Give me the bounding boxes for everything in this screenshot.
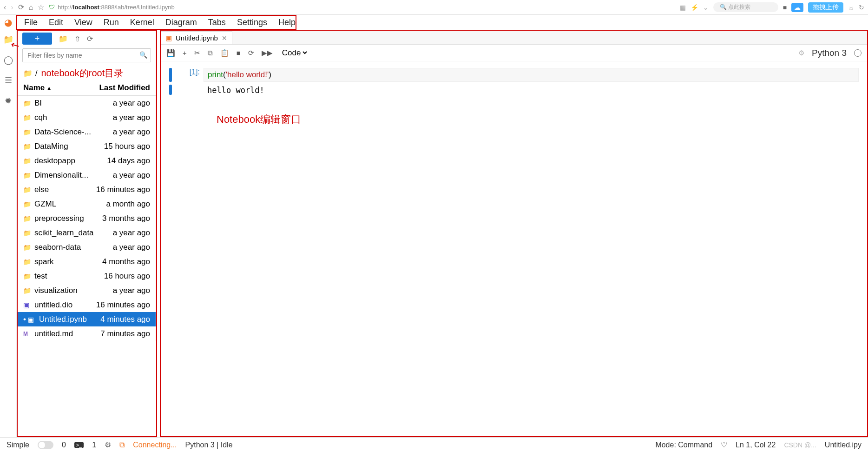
notifications-icon[interactable]: ♡ bbox=[721, 440, 727, 449]
home-icon[interactable]: ⌂ bbox=[29, 3, 33, 12]
terminal-icon[interactable]: >_ bbox=[74, 442, 84, 448]
folder-icon: 📁 bbox=[23, 69, 33, 78]
close-icon[interactable]: ✕ bbox=[222, 34, 227, 42]
refresh-icon[interactable]: ⟳ bbox=[87, 34, 93, 43]
folder-icon[interactable]: 📁 ↖ bbox=[3, 34, 13, 45]
file-list: 📁BIa year ago📁cqha year ago📁Data-Science… bbox=[18, 96, 156, 341]
cloud-icon[interactable]: ☁ bbox=[791, 3, 803, 12]
file-modified: a year ago bbox=[113, 286, 150, 295]
extension-icon[interactable]: ■ bbox=[783, 4, 787, 11]
refresh-icon[interactable]: ↻ bbox=[859, 4, 864, 11]
star-icon[interactable]: ☆ bbox=[38, 3, 44, 12]
cell-source[interactable]: print('hello world!') bbox=[204, 68, 859, 82]
terminals-count[interactable]: 1 bbox=[92, 441, 96, 449]
notebook-body[interactable]: [1]: print('hello world!') hello world! … bbox=[161, 61, 867, 436]
file-modified: a year ago bbox=[113, 127, 150, 137]
file-row[interactable]: 📁test16 hours ago bbox=[18, 269, 156, 283]
menu-kernel[interactable]: Kernel bbox=[125, 16, 160, 29]
filter-input[interactable] bbox=[22, 48, 151, 62]
simple-toggle[interactable] bbox=[38, 441, 53, 449]
menu-view[interactable]: View bbox=[69, 16, 98, 29]
file-modified: 4 months ago bbox=[102, 257, 150, 266]
address-bar[interactable]: 🛡 http://localhost:8888/lab/tree/Untitle… bbox=[49, 4, 175, 11]
file-modified: 7 minutes ago bbox=[100, 329, 150, 339]
breadcrumb[interactable]: 📁 / notebook的root目录 bbox=[18, 64, 156, 80]
forward-icon[interactable]: › bbox=[11, 3, 13, 12]
file-row[interactable]: 📁scikit_learn_dataa year ago bbox=[18, 226, 156, 240]
cell-prompt: [1]: bbox=[177, 68, 204, 82]
sun-icon[interactable]: ☼ bbox=[848, 4, 854, 11]
tab-untitled[interactable]: ▣ Untitled.ipynb ✕ bbox=[161, 31, 232, 44]
new-folder-icon[interactable]: 📁 bbox=[59, 34, 68, 43]
md-icon: M bbox=[23, 331, 32, 337]
file-name: DataMing bbox=[34, 142, 104, 151]
folder-icon: 📁 bbox=[23, 143, 32, 150]
cell-output-row: hello world! bbox=[169, 85, 859, 96]
tab-title: Untitled.ipynb bbox=[176, 34, 218, 42]
stop-icon[interactable]: ■ bbox=[237, 49, 241, 57]
file-row[interactable]: 📁else16 minutes ago bbox=[18, 182, 156, 197]
gear-icon[interactable]: ⚙ bbox=[105, 440, 111, 449]
kernel-name[interactable]: Python 3 bbox=[812, 48, 847, 58]
file-modified: 16 minutes ago bbox=[96, 300, 150, 310]
menu-edit[interactable]: Edit bbox=[43, 16, 69, 29]
add-cell-icon[interactable]: + bbox=[183, 49, 187, 57]
header-name[interactable]: Name ▲ bbox=[23, 83, 99, 93]
menu-settings[interactable]: Settings bbox=[231, 16, 273, 29]
menu-file[interactable]: File bbox=[19, 16, 43, 29]
menu-help[interactable]: Help bbox=[273, 16, 301, 29]
qr-icon[interactable]: ▦ bbox=[680, 4, 686, 11]
kernel-status-label[interactable]: Python 3 | Idle bbox=[185, 441, 233, 449]
file-row[interactable]: 📁visualizationa year ago bbox=[18, 283, 156, 298]
file-name: else bbox=[34, 185, 96, 194]
browser-search[interactable]: 🔍 点此搜索 bbox=[713, 2, 778, 12]
bolt-icon[interactable]: ⚡ bbox=[690, 4, 698, 11]
save-icon[interactable]: 💾 bbox=[166, 49, 175, 57]
cell-type-select[interactable]: Code bbox=[280, 48, 309, 58]
extensions-icon[interactable]: ✹ bbox=[5, 96, 12, 106]
copy-icon[interactable]: ⧉ bbox=[208, 49, 213, 57]
upload-icon[interactable]: ⇧ bbox=[74, 34, 80, 43]
code-cell[interactable]: [1]: print('hello world!') bbox=[169, 68, 859, 82]
reload-icon[interactable]: ⟳ bbox=[18, 3, 24, 12]
annotation-editor-label: Notebook编辑窗口 bbox=[217, 113, 301, 126]
notebook-icon: ▣ bbox=[166, 34, 172, 42]
menu-tabs[interactable]: Tabs bbox=[203, 16, 231, 29]
back-icon[interactable]: ‹ bbox=[4, 3, 6, 12]
file-name: preprocessing bbox=[34, 214, 102, 223]
file-row[interactable]: 📁spark4 months ago bbox=[18, 254, 156, 269]
folder-icon: 📁 bbox=[23, 229, 32, 237]
tabs-count[interactable]: 0 bbox=[62, 441, 66, 449]
new-launcher-button[interactable]: + bbox=[22, 33, 52, 45]
cursor-position: Ln 1, Col 22 bbox=[736, 441, 776, 449]
header-modified[interactable]: Last Modified bbox=[99, 83, 150, 93]
file-row[interactable]: •▣Untitled.ipynb4 minutes ago bbox=[18, 312, 156, 326]
file-row[interactable]: 📁Dimensionalit...a year ago bbox=[18, 168, 156, 182]
file-row[interactable]: 📁BIa year ago bbox=[18, 96, 156, 110]
gear-icon[interactable]: ⚙ bbox=[798, 49, 804, 57]
chevron-down-icon[interactable]: ⌄ bbox=[703, 4, 709, 11]
paste-icon[interactable]: 📋 bbox=[220, 49, 229, 57]
browser-toolbar: ‹ › ⟳ ⌂ ☆ 🛡 http://localhost:8888/lab/tr… bbox=[0, 0, 868, 15]
toc-icon[interactable]: ☰ bbox=[5, 75, 12, 86]
menu-run[interactable]: Run bbox=[98, 16, 125, 29]
file-row[interactable]: 📁cqha year ago bbox=[18, 110, 156, 125]
file-row[interactable]: 📁desktopapp14 days ago bbox=[18, 153, 156, 168]
shield-icon: 🛡 bbox=[49, 4, 55, 11]
file-row[interactable]: ▣untitled.dio16 minutes ago bbox=[18, 298, 156, 312]
file-name: desktopapp bbox=[34, 156, 107, 166]
upload-button[interactable]: 拖拽上传 bbox=[808, 2, 843, 13]
file-row[interactable]: 📁GZMLa month ago bbox=[18, 197, 156, 211]
menu-diagram[interactable]: Diagram bbox=[160, 16, 203, 29]
file-row[interactable]: 📁DataMing15 hours ago bbox=[18, 139, 156, 153]
file-row[interactable]: 📁preprocessing3 months ago bbox=[18, 211, 156, 226]
cut-icon[interactable]: ✂ bbox=[194, 49, 200, 57]
jupyter-logo-icon[interactable]: ◕ bbox=[0, 17, 16, 28]
running-icon[interactable]: ◯ bbox=[4, 55, 13, 65]
restart-icon[interactable]: ⟳ bbox=[248, 49, 254, 57]
cell-indicator bbox=[169, 68, 172, 82]
file-row[interactable]: 📁Data-Science-...a year ago bbox=[18, 125, 156, 139]
run-all-icon[interactable]: ▶▶ bbox=[262, 49, 273, 57]
file-row[interactable]: Muntitled.md7 minutes ago bbox=[18, 326, 156, 341]
file-row[interactable]: 📁seaborn-dataa year ago bbox=[18, 240, 156, 254]
